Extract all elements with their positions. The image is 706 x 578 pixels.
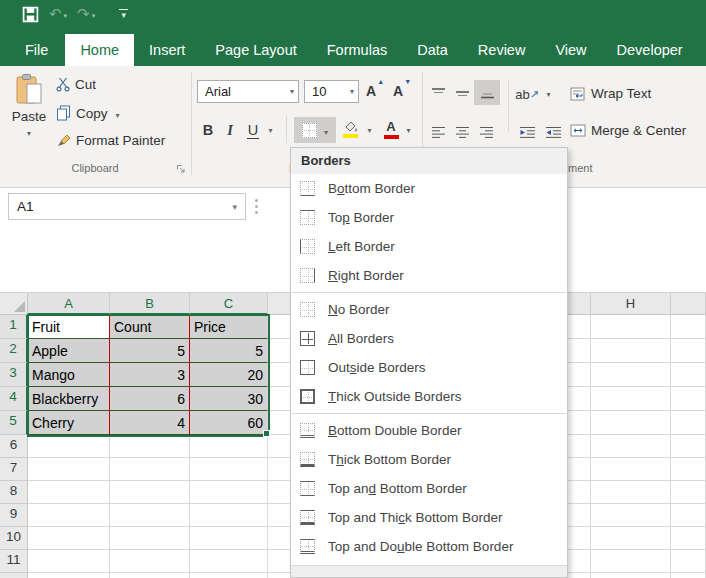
underline-button[interactable]: U	[242, 118, 264, 142]
empty-cell[interactable]	[591, 435, 671, 458]
row-header-7[interactable]: 7	[0, 458, 28, 481]
empty-cell[interactable]	[110, 504, 190, 527]
row-header-2[interactable]: 2	[0, 339, 28, 363]
empty-cell[interactable]	[591, 481, 671, 504]
clipboard-dialog-launcher[interactable]	[176, 164, 187, 175]
empty-cell[interactable]	[671, 458, 706, 481]
bold-button[interactable]: B	[198, 118, 218, 142]
empty-cell[interactable]	[591, 527, 671, 550]
bottom-align-button[interactable]	[474, 80, 500, 105]
menu-item-bottom-double-border[interactable]: Bottom Double Border	[291, 416, 567, 445]
redo-button[interactable]	[77, 2, 95, 27]
fill-color-button[interactable]	[340, 117, 360, 141]
wrap-text-button[interactable]: Wrap Text	[570, 86, 651, 101]
empty-cell[interactable]	[110, 527, 190, 550]
menu-item-top-and-thick-bottom-border[interactable]: Top and Thick Bottom Border	[291, 503, 567, 532]
cell-a1[interactable]: Fruit	[28, 315, 110, 339]
empty-cell[interactable]	[671, 435, 706, 458]
menu-item-thick-outside-borders[interactable]: Thick Outside Borders	[291, 382, 567, 411]
font-color-button[interactable]: A	[382, 117, 400, 141]
tab-home[interactable]: Home	[65, 34, 134, 66]
column-header-c[interactable]: C	[190, 293, 268, 315]
column-header-h[interactable]: H	[591, 293, 671, 315]
fill-handle[interactable]	[263, 430, 270, 437]
undo-dropdown-arrow-icon[interactable]	[62, 2, 68, 27]
row-header-8[interactable]: 8	[0, 481, 28, 504]
empty-cell[interactable]	[671, 550, 706, 573]
tab-data[interactable]: Data	[402, 34, 463, 66]
empty-cell[interactable]	[591, 363, 671, 387]
row-header-6[interactable]: 6	[0, 435, 28, 458]
customize-quick-access-toolbar-button[interactable]	[119, 9, 128, 19]
empty-cell[interactable]	[671, 573, 706, 578]
empty-cell[interactable]	[28, 504, 110, 527]
borders-dropdown-arrow-icon[interactable]	[321, 122, 328, 138]
empty-cell[interactable]	[591, 458, 671, 481]
font-name-combo[interactable]: Arial	[197, 80, 299, 103]
cell-c2[interactable]: 5	[190, 339, 268, 363]
empty-cell[interactable]	[591, 411, 671, 435]
menu-item-all-borders[interactable]: All Borders	[291, 324, 567, 353]
cell-c3[interactable]: 20	[190, 363, 268, 387]
empty-cell[interactable]	[671, 527, 706, 550]
column-header-b[interactable]: B	[110, 293, 190, 315]
copy-button[interactable]: Copy	[56, 105, 120, 121]
row-header-11[interactable]: 11	[0, 550, 28, 573]
empty-cell[interactable]	[591, 550, 671, 573]
column-header-a[interactable]: A	[28, 293, 110, 315]
cell-a4[interactable]: Blackberry	[28, 387, 110, 411]
empty-cell[interactable]	[591, 387, 671, 411]
tab-developer[interactable]: Developer	[602, 34, 698, 66]
font-size-combo[interactable]: 10	[304, 80, 359, 103]
increase-font-size-button[interactable]: A▲	[366, 83, 376, 99]
select-all-corner[interactable]	[0, 293, 28, 315]
empty-cell[interactable]	[190, 527, 268, 550]
cell-b1[interactable]: Count	[110, 315, 190, 339]
tab-insert[interactable]: Insert	[134, 34, 200, 66]
menu-item-right-border[interactable]: Right Border	[291, 261, 567, 290]
italic-button[interactable]: I	[222, 118, 238, 142]
cell-a3[interactable]: Mango	[28, 363, 110, 387]
decrease-indent-button[interactable]	[516, 120, 538, 144]
row-header-4[interactable]: 4	[0, 387, 28, 411]
center-button[interactable]	[452, 120, 472, 144]
paste-dropdown-arrow-icon[interactable]	[6, 124, 52, 139]
empty-cell[interactable]	[28, 550, 110, 573]
cell-c1[interactable]: Price	[190, 315, 268, 339]
name-box[interactable]: A1	[8, 193, 246, 220]
tab-page-layout[interactable]: Page Layout	[200, 34, 311, 66]
cell-b3[interactable]: 3	[110, 363, 190, 387]
cut-button[interactable]: Cut	[56, 77, 96, 92]
empty-cell[interactable]	[591, 573, 671, 578]
orientation-button[interactable]: ab↗	[514, 82, 540, 106]
menu-item-bottom-border[interactable]: Bottom Border	[291, 174, 567, 203]
empty-cell[interactable]	[190, 481, 268, 504]
tab-view[interactable]: View	[540, 34, 601, 66]
menu-item-top-and-bottom-border[interactable]: Top and Bottom Border	[291, 474, 567, 503]
save-button[interactable]	[22, 6, 39, 23]
underline-dropdown-arrow-icon[interactable]	[263, 118, 275, 142]
empty-cell[interactable]	[671, 481, 706, 504]
row-header-9[interactable]: 9	[0, 504, 28, 527]
row-header-12[interactable]: 12	[0, 573, 28, 578]
merge-center-button[interactable]: Merge & Center	[570, 123, 686, 138]
empty-cell[interactable]	[591, 315, 671, 339]
row-header-1[interactable]: 1	[0, 315, 28, 339]
empty-cell[interactable]	[671, 363, 706, 387]
empty-cell[interactable]	[671, 411, 706, 435]
fill-color-dropdown-arrow-icon[interactable]	[362, 118, 374, 142]
menu-item-top-and-double-bottom-border[interactable]: Top and Double Bottom Border	[291, 532, 567, 561]
empty-cell[interactable]	[591, 504, 671, 527]
cell-c4[interactable]: 30	[190, 387, 268, 411]
redo-dropdown-arrow-icon[interactable]	[90, 2, 96, 27]
undo-button[interactable]	[49, 2, 67, 27]
middle-align-button[interactable]	[452, 82, 472, 106]
empty-cell[interactable]	[190, 435, 268, 458]
empty-cell[interactable]	[110, 573, 190, 578]
align-left-button[interactable]	[428, 120, 448, 144]
menu-item-left-border[interactable]: Left Border	[291, 232, 567, 261]
empty-cell[interactable]	[671, 339, 706, 363]
tab-formulas[interactable]: Formulas	[312, 34, 402, 66]
format-painter-button[interactable]: Format Painter	[56, 133, 165, 148]
empty-cell[interactable]	[28, 435, 110, 458]
